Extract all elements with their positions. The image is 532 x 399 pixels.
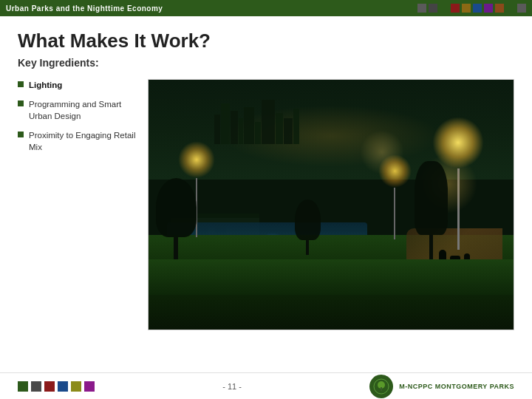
building-8 xyxy=(276,113,283,144)
bullet-icon-1 xyxy=(18,81,24,87)
header-sq-9 xyxy=(506,4,515,13)
building-6 xyxy=(255,122,261,144)
header-sq-6 xyxy=(473,4,482,13)
building-3 xyxy=(231,111,238,144)
footer-sq-4 xyxy=(58,381,68,392)
footer-sq-1 xyxy=(18,381,28,392)
list-item-lighting: Lighting xyxy=(18,79,136,91)
tree-trunk-1 xyxy=(174,237,178,259)
building-2 xyxy=(221,103,230,144)
grass-foreground xyxy=(149,259,514,294)
building-1 xyxy=(214,115,220,144)
tree-canopy-3 xyxy=(415,161,448,235)
footer-org-name: M-NCPPC MONTGOMERY PARKS xyxy=(399,383,514,390)
buildings xyxy=(214,100,299,144)
tree-canopy-2 xyxy=(295,200,321,240)
list-item-label-2: Programming and Smart Urban Design xyxy=(29,98,136,122)
key-ingredients-list: Lighting Programming and Smart Urban Des… xyxy=(18,79,136,160)
tree-trunk-2 xyxy=(306,240,309,255)
header-sq-10 xyxy=(517,4,526,13)
warm-light-overlay-2 xyxy=(360,130,404,174)
footer-logo-area: M-NCPPC MONTGOMERY PARKS xyxy=(369,375,514,398)
section-subtitle: Key Ingredients: xyxy=(18,57,514,69)
header-squares xyxy=(417,4,526,13)
footer: - 11 - M-NCPPC MONTGOMERY PARKS xyxy=(0,372,532,399)
header-sq-4 xyxy=(451,4,460,13)
building-10 xyxy=(293,109,299,144)
park-image xyxy=(148,79,514,330)
pole-stem-3 xyxy=(394,188,395,239)
building-9 xyxy=(284,118,293,144)
header-sq-3 xyxy=(440,4,449,13)
main-content: What Makes It Work? Key Ingredients: Lig… xyxy=(0,16,532,338)
logo-icon xyxy=(373,378,389,395)
building-4 xyxy=(239,118,243,144)
footer-page-number: - 11 - xyxy=(95,382,369,391)
building-5 xyxy=(244,107,254,144)
tree-3 xyxy=(415,161,448,265)
footer-sq-3 xyxy=(44,381,55,392)
tree-canopy-1 xyxy=(156,178,197,237)
body-section: Lighting Programming and Smart Urban Des… xyxy=(18,79,514,330)
footer-logo xyxy=(369,375,393,398)
header-sq-1 xyxy=(417,4,426,13)
header-sq-5 xyxy=(462,4,471,13)
list-item-programming: Programming and Smart Urban Design xyxy=(18,98,136,122)
svg-rect-2 xyxy=(381,387,382,391)
footer-sq-6 xyxy=(84,381,95,392)
footer-color-squares xyxy=(18,381,95,392)
bullet-icon-3 xyxy=(18,132,24,137)
page-title: What Makes It Work? xyxy=(18,30,514,52)
footer-sq-5 xyxy=(71,381,81,392)
footer-sq-2 xyxy=(31,381,41,392)
header-sq-7 xyxy=(484,4,493,13)
building-7 xyxy=(262,100,275,144)
header-sq-2 xyxy=(429,4,437,13)
list-item-label-1: Lighting xyxy=(29,79,62,91)
tree-2 xyxy=(295,200,321,255)
bullet-icon-2 xyxy=(18,100,24,106)
header-bar: Urban Parks and the Nighttime Economy xyxy=(0,0,532,16)
header-sq-8 xyxy=(495,4,504,13)
list-item-proximity: Proximity to Engaging Retail Mix xyxy=(18,129,136,153)
light-glow-1 xyxy=(178,141,215,178)
park-scene xyxy=(149,80,514,330)
tree-1 xyxy=(156,178,197,259)
list-item-label-3: Proximity to Engaging Retail Mix xyxy=(29,129,136,153)
header-title: Urban Parks and the Nighttime Economy xyxy=(6,4,163,13)
